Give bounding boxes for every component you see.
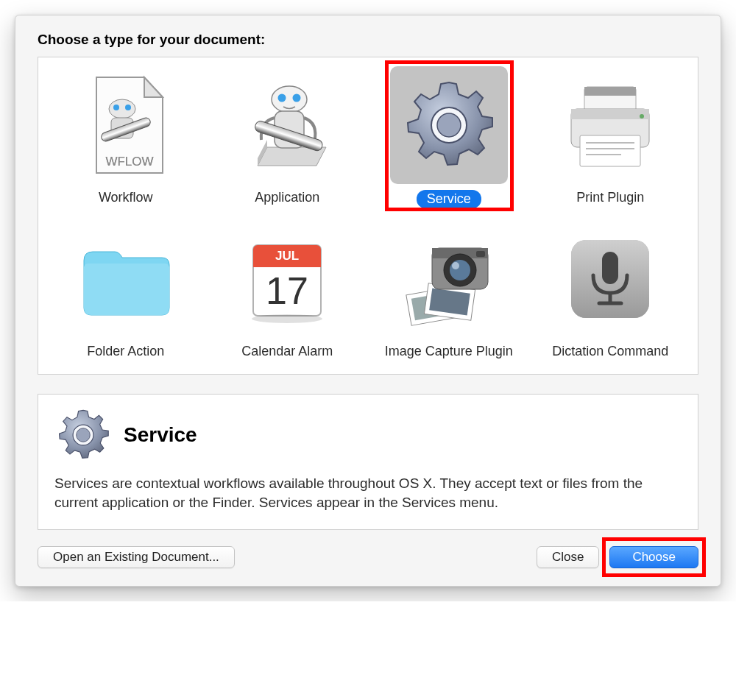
calendar-day-text: 17: [266, 269, 308, 312]
calendar-alarm-icon: JUL 17: [228, 220, 346, 338]
button-row: Open an Existing Document... Close Choos…: [38, 546, 698, 568]
type-calendar-alarm-label: Calendar Alarm: [210, 344, 365, 359]
svg-rect-20: [580, 135, 640, 166]
type-dictation-label: Dictation Command: [534, 344, 688, 359]
svg-text:WFLOW: WFLOW: [105, 155, 153, 169]
type-folder-action-label: Folder Action: [49, 344, 203, 359]
svg-point-24: [640, 114, 644, 119]
image-capture-icon: [390, 220, 508, 338]
type-service[interactable]: Service: [372, 62, 526, 208]
type-workflow[interactable]: WFLOW WFLOW Workflow: [49, 62, 203, 208]
svg-point-36: [450, 260, 470, 280]
prompt-label: Choose a type for your document:: [38, 32, 698, 48]
type-grid: WFLOW WFLOW Workflow: [49, 62, 687, 359]
svg-point-0: [109, 99, 135, 119]
type-image-capture-label: Image Capture Plugin: [372, 344, 526, 359]
svg-point-2: [125, 105, 131, 110]
choose-button[interactable]: Choose: [609, 546, 698, 568]
open-existing-button[interactable]: Open an Existing Document...: [38, 546, 235, 568]
detail-header: Service: [54, 406, 682, 464]
svg-rect-41: [602, 252, 618, 284]
svg-point-11: [293, 94, 301, 102]
dictation-icon: [551, 220, 669, 338]
svg-rect-38: [476, 251, 485, 257]
workflow-icon: WFLOW WFLOW: [67, 66, 185, 184]
application-icon: [228, 66, 346, 184]
type-application-label: Application: [210, 190, 365, 205]
svg-rect-27: [253, 263, 321, 267]
svg-point-1: [113, 105, 119, 110]
svg-point-10: [278, 94, 286, 102]
svg-point-45: [77, 428, 91, 442]
type-image-capture[interactable]: Image Capture Plugin: [372, 216, 526, 359]
svg-point-15: [437, 113, 461, 137]
svg-rect-17: [584, 87, 636, 96]
type-application[interactable]: Application: [210, 62, 365, 208]
type-grid-container: WFLOW WFLOW Workflow: [38, 57, 698, 375]
type-workflow-label: Workflow: [49, 190, 203, 205]
type-calendar-alarm[interactable]: JUL 17 Calendar Alarm: [210, 216, 365, 359]
type-folder-action[interactable]: Folder Action: [49, 216, 203, 359]
type-dictation[interactable]: Dictation Command: [534, 216, 688, 359]
print-plugin-icon: [551, 66, 669, 184]
folder-action-icon: [67, 220, 185, 338]
svg-point-37: [452, 262, 459, 269]
detail-box: Service Services are contextual workflow…: [38, 394, 698, 530]
service-icon: [390, 66, 508, 184]
gear-icon: [54, 406, 112, 464]
calendar-month-text: JUL: [275, 249, 299, 263]
svg-point-28: [252, 314, 322, 323]
type-print-plugin-label: Print Plugin: [534, 190, 688, 205]
type-print-plugin[interactable]: Print Plugin: [534, 62, 688, 208]
svg-rect-19: [571, 109, 649, 119]
detail-description: Services are contextual workflows availa…: [54, 474, 682, 512]
automator-template-chooser: Choose a type for your document:: [15, 15, 721, 587]
detail-title: Service: [124, 423, 197, 447]
close-button[interactable]: Close: [537, 546, 599, 568]
type-service-label: Service: [417, 190, 481, 208]
